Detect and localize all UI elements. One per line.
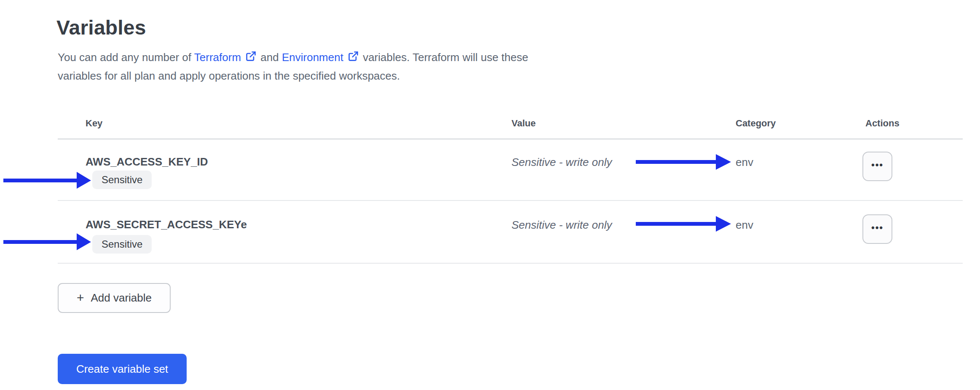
- column-header-category: Category: [736, 118, 776, 129]
- row-actions-button[interactable]: •••: [862, 152, 892, 181]
- page-description: You can add any number of Terraform and …: [58, 49, 544, 85]
- plus-icon: +: [77, 291, 84, 305]
- row-actions-button[interactable]: •••: [862, 214, 892, 244]
- variable-value: Sensitive - write only: [511, 156, 612, 169]
- description-text-middle: and: [260, 51, 278, 64]
- environment-variables-link[interactable]: Environment: [282, 51, 343, 64]
- terraform-variables-link[interactable]: Terraform: [194, 51, 241, 64]
- ellipsis-icon: •••: [871, 223, 884, 235]
- variable-key: AWS_SECRET_ACCESS_KEYe: [86, 218, 247, 231]
- column-header-actions: Actions: [865, 118, 900, 129]
- add-variable-button[interactable]: + Add variable: [58, 283, 171, 313]
- table-row: AWS_ACCESS_KEY_ID Sensitive Sensitive - …: [58, 139, 963, 201]
- column-header-value: Value: [511, 118, 536, 129]
- page-title: Variables: [56, 16, 146, 39]
- column-header-key: Key: [86, 118, 102, 129]
- variable-category: env: [736, 156, 753, 169]
- table-header-row: Key Value Category Actions: [58, 113, 963, 139]
- description-text-before: You can add any number of: [58, 51, 191, 64]
- variable-category: env: [736, 219, 753, 232]
- sensitive-badge: Sensitive: [92, 171, 152, 189]
- variables-table: Key Value Category Actions AWS_ACCESS_KE…: [58, 113, 963, 264]
- external-link-icon: [347, 50, 359, 67]
- ellipsis-icon: •••: [871, 160, 884, 172]
- variable-key: AWS_ACCESS_KEY_ID: [86, 155, 208, 168]
- variable-value: Sensitive - write only: [511, 219, 612, 232]
- sensitive-badge: Sensitive: [92, 235, 152, 254]
- create-variable-set-label: Create variable set: [76, 363, 168, 376]
- create-variable-set-button[interactable]: Create variable set: [58, 354, 187, 384]
- external-link-icon: [245, 50, 257, 67]
- table-row: AWS_SECRET_ACCESS_KEYe Sensitive Sensiti…: [58, 201, 963, 264]
- add-variable-label: Add variable: [91, 291, 152, 305]
